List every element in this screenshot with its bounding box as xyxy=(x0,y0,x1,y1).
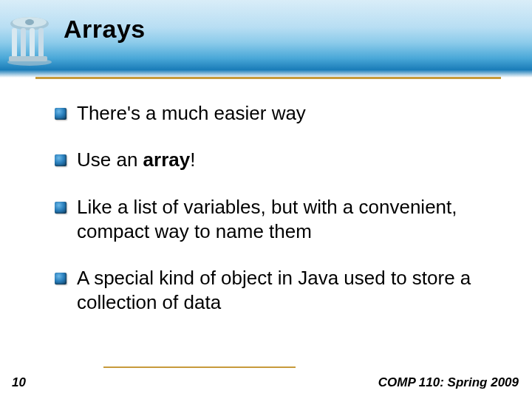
slide-header: Arrays xyxy=(0,0,532,78)
bullet-bold: array xyxy=(143,149,191,171)
svg-rect-7 xyxy=(9,56,47,61)
course-label: COMP 110: Spring 2009 xyxy=(378,375,519,390)
svg-point-8 xyxy=(25,19,34,25)
slide-title: Arrays xyxy=(64,15,146,44)
bullet-text: Like a list of variables, but with a con… xyxy=(77,195,494,245)
bullet-icon xyxy=(55,202,66,214)
svg-rect-4 xyxy=(21,28,26,58)
bullet-post: ! xyxy=(190,149,195,171)
svg-rect-3 xyxy=(12,28,17,58)
footer-divider xyxy=(103,366,296,368)
bullet-text: Use an array! xyxy=(77,148,494,172)
bullet-icon xyxy=(55,154,66,166)
bullet-pre: There's a much easier way xyxy=(77,102,306,124)
bullet-pre: Use an xyxy=(77,149,143,171)
bullet-item: There's a much easier way xyxy=(55,101,494,126)
bullet-item: A special kind of object in Java used to… xyxy=(55,266,494,316)
svg-rect-6 xyxy=(38,28,44,58)
logo-icon xyxy=(3,15,56,66)
bullet-item: Like a list of variables, but with a con… xyxy=(55,195,494,245)
slide-footer: 10 COMP 110: Spring 2009 xyxy=(0,371,532,392)
svg-rect-5 xyxy=(30,28,35,58)
bullet-item: Use an array! xyxy=(55,148,494,172)
bullet-icon xyxy=(55,273,66,284)
page-number: 10 xyxy=(12,375,26,390)
bullet-pre: A special kind of object in Java used to… xyxy=(77,267,471,313)
header-divider xyxy=(35,77,501,79)
bullet-icon xyxy=(55,108,66,120)
bullet-text: There's a much easier way xyxy=(77,101,494,126)
bullet-pre: Like a list of variables, but with a con… xyxy=(77,196,457,242)
slide-content: There's a much easier way Use an array! … xyxy=(0,78,532,316)
bullet-text: A special kind of object in Java used to… xyxy=(77,266,494,316)
